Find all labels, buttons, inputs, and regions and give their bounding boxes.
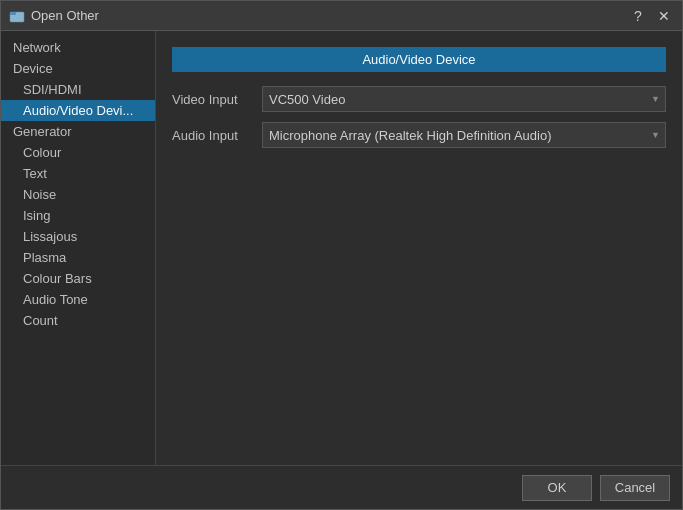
section-header: Audio/Video Device: [172, 47, 666, 72]
dialog-icon: [9, 8, 25, 24]
video-input-wrapper: VC500 Video: [262, 86, 666, 112]
sidebar: Network Device SDI/HDMI Audio/Video Devi…: [1, 31, 156, 465]
cancel-button[interactable]: Cancel: [600, 475, 670, 501]
sidebar-item-ising[interactable]: Ising: [1, 205, 155, 226]
help-button[interactable]: ?: [628, 6, 648, 26]
dialog-body: Network Device SDI/HDMI Audio/Video Devi…: [1, 31, 682, 465]
content-area: Audio/Video Device Video Input VC500 Vid…: [156, 31, 682, 465]
svg-rect-1: [10, 12, 16, 15]
sidebar-item-network[interactable]: Network: [1, 37, 155, 58]
sidebar-item-sdihdmi[interactable]: SDI/HDMI: [1, 79, 155, 100]
sidebar-item-count[interactable]: Count: [1, 310, 155, 331]
sidebar-item-text[interactable]: Text: [1, 163, 155, 184]
video-input-label: Video Input: [172, 92, 262, 107]
sidebar-item-colour[interactable]: Colour: [1, 142, 155, 163]
close-button[interactable]: ✕: [654, 6, 674, 26]
sidebar-item-generator[interactable]: Generator: [1, 121, 155, 142]
audio-input-wrapper: Microphone Array (Realtek High Definitio…: [262, 122, 666, 148]
title-bar-controls: ? ✕: [628, 6, 674, 26]
sidebar-item-lissajous[interactable]: Lissajous: [1, 226, 155, 247]
sidebar-item-audiovideo[interactable]: Audio/Video Devi...: [1, 100, 155, 121]
sidebar-item-plasma[interactable]: Plasma: [1, 247, 155, 268]
audio-input-label: Audio Input: [172, 128, 262, 143]
sidebar-item-device[interactable]: Device: [1, 58, 155, 79]
dialog: Open Other ? ✕ Network Device SDI/HDMI A…: [0, 0, 683, 510]
title-bar: Open Other ? ✕: [1, 1, 682, 31]
audio-input-select[interactable]: Microphone Array (Realtek High Definitio…: [262, 122, 666, 148]
video-input-row: Video Input VC500 Video: [172, 86, 666, 112]
dialog-title: Open Other: [31, 8, 628, 23]
ok-button[interactable]: OK: [522, 475, 592, 501]
sidebar-item-noise[interactable]: Noise: [1, 184, 155, 205]
sidebar-item-audiotone[interactable]: Audio Tone: [1, 289, 155, 310]
sidebar-item-colourbars[interactable]: Colour Bars: [1, 268, 155, 289]
video-input-select[interactable]: VC500 Video: [262, 86, 666, 112]
dialog-footer: OK Cancel: [1, 465, 682, 509]
audio-input-row: Audio Input Microphone Array (Realtek Hi…: [172, 122, 666, 148]
